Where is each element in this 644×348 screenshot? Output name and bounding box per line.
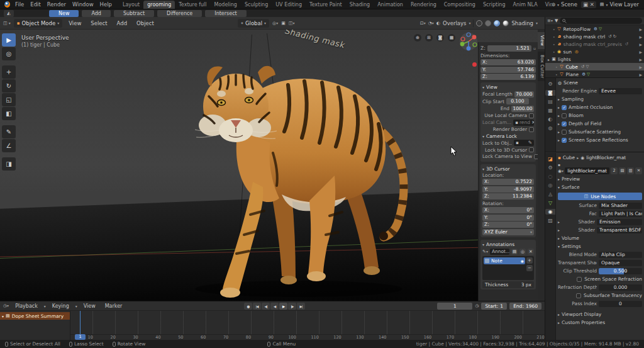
timeline-menu-view[interactable]: View: [80, 303, 99, 309]
panel-viewport-display[interactable]: ▸ Viewport Display: [558, 310, 642, 318]
fake-user-icon[interactable]: ▥: [627, 167, 634, 174]
panel-screen-space-reflections[interactable]: ▸ Screen Space Reflections: [558, 136, 642, 144]
viewport-menu-select[interactable]: Select: [87, 20, 110, 26]
outliner-item-cube[interactable]: •▽ Cube ↺▽ ▶: [545, 63, 644, 70]
pass-index-field[interactable]: 0: [599, 301, 642, 307]
zoom-icon[interactable]: ⊕: [414, 34, 421, 42]
tab-material[interactable]: ◉: [545, 209, 555, 215]
view-layer-selector[interactable]: ▤ ▾ View Layer: [600, 1, 639, 8]
rotate-tool[interactable]: ↻: [2, 79, 16, 93]
selectability-arrow-icon[interactable]: ▶: [639, 50, 643, 54]
transform-orientation-selector[interactable]: ⌖ Global ▾: [238, 19, 269, 28]
timeline-body[interactable]: ▾ ▤ Dope Sheet Summary 10203040506070809…: [0, 311, 545, 340]
scene-new-button[interactable]: ▣ ✕: [581, 1, 596, 8]
mode-selector[interactable]: ▪ Object Mode ▾: [14, 19, 62, 28]
tab-physics[interactable]: ◎: [548, 182, 553, 188]
use-nodes-button[interactable]: ◫ Use Nodes: [558, 193, 642, 200]
editor-type-icon[interactable]: ◷▾: [3, 303, 9, 308]
render-engine-dropdown[interactable]: Eevee: [599, 88, 642, 94]
annotation-layer-note[interactable]: Note ◉: [484, 257, 525, 264]
panel-bloom[interactable]: ▸ Bloom: [558, 111, 642, 120]
panel-preview[interactable]: ▸ Preview: [558, 175, 642, 183]
tiger-model[interactable]: [176, 36, 440, 300]
cursor-rx-field[interactable]: X:0°: [482, 207, 534, 213]
tab-texture[interactable]: ▨: [548, 218, 553, 223]
playhead-frame-badge[interactable]: 1: [75, 334, 86, 340]
ssr-checkbox[interactable]: [562, 138, 567, 143]
eyedropper-icon[interactable]: ✎: [528, 140, 532, 146]
transparent-shadow-dropdown[interactable]: Opaque: [599, 260, 642, 266]
outliner-item-plane[interactable]: •▽ Plane ⚙▽ ▶: [545, 70, 644, 78]
cursor-tool[interactable]: ◎: [2, 47, 16, 60]
lock-to-object-field[interactable]: ▪✎: [514, 140, 534, 146]
modifier-icon[interactable]: ⚙: [594, 26, 597, 31]
boolean-subtract-button[interactable]: Subtract: [114, 10, 154, 17]
depth-of-field-checkbox[interactable]: [562, 121, 567, 126]
annotate-tool[interactable]: ✎: [2, 125, 16, 138]
dope-sheet-summary-channel[interactable]: ▾ ▤ Dope Sheet Summary: [0, 312, 70, 320]
scene-selector[interactable]: ◍ ▾ Scene: [552, 1, 577, 8]
panel-ambient-occlusion[interactable]: ▸ Ambient Occlusion: [558, 103, 642, 111]
visibility-dropdown-icon[interactable]: ⊡▾: [420, 21, 426, 26]
select-box-tool[interactable]: ▶: [2, 33, 16, 47]
bloom-checkbox[interactable]: [562, 113, 567, 118]
fac-input[interactable]: Light Path | Is Cam: [599, 211, 642, 217]
overlays-label[interactable]: Overlays: [443, 20, 466, 26]
frame-start-field[interactable]: Start:1: [481, 303, 507, 310]
constraint-icon[interactable]: ↺: [581, 64, 584, 69]
transform-tool[interactable]: ◧: [2, 107, 16, 120]
gizmos-dropdown-icon[interactable]: ◔▾: [428, 21, 434, 26]
tab-modifiers[interactable]: ⚙: [548, 165, 552, 171]
outliner-search-input[interactable]: [560, 18, 642, 24]
workspace-tab-scripting[interactable]: Scripting: [479, 1, 509, 9]
viewport-3d[interactable]: ◫ ▾ ▪ Object Mode ▾ View Select Add Obje…: [0, 17, 545, 301]
scale-tool[interactable]: ◱: [2, 93, 16, 106]
selectability-arrow-icon[interactable]: ▶: [639, 42, 643, 47]
tab-scene[interactable]: ◐: [548, 116, 553, 122]
sidebar-tab-box-cutter[interactable]: Box Cutter: [538, 52, 545, 81]
use-local-camera-checkbox[interactable]: [529, 113, 534, 118]
shading-rendered-button[interactable]: [502, 20, 509, 26]
panel-sampling[interactable]: ▸ Sampling: [558, 95, 642, 103]
ambient-occlusion-checkbox[interactable]: [562, 105, 567, 110]
annotations-header[interactable]: ▾Annotations: [482, 242, 534, 247]
tab-object[interactable]: ◪: [548, 156, 553, 162]
workspace-tab-animation[interactable]: Animation: [374, 1, 407, 9]
new-material-icon[interactable]: ▤: [619, 167, 626, 174]
outliner-item-lights-collection[interactable]: ▸▣ lights ▶: [545, 55, 644, 63]
tab-constraints[interactable]: ◬: [548, 191, 552, 197]
pan-icon[interactable]: ⊞: [425, 34, 433, 42]
timeline-menu-marker[interactable]: Marker: [102, 303, 126, 309]
add-layer-button[interactable]: +: [526, 257, 533, 264]
clip-threshold-slider[interactable]: 0.500: [599, 268, 642, 274]
measure-tool[interactable]: ∠: [2, 139, 16, 152]
menu-file[interactable]: File: [12, 1, 27, 8]
cursor-panel-header[interactable]: ▾3D Cursor: [482, 166, 534, 172]
outliner-item-retopoflow[interactable]: •▽ RetopoFlow ⚙▽ ▶: [545, 25, 644, 33]
unlink-icon[interactable]: ✕: [635, 167, 642, 174]
playhead[interactable]: [80, 311, 80, 334]
workspace-tab-anim-nla[interactable]: Anim NLA: [509, 1, 541, 9]
clip-end-field[interactable]: 1000.00: [511, 106, 534, 112]
users-count-button[interactable]: 2: [611, 167, 618, 174]
outliner-item-shading-mask-ctrl[interactable]: •a shading mask ctrl ↺↻ ▶: [545, 33, 644, 40]
panel-subsurface-scattering[interactable]: ▸ Subsurface Scattering: [558, 128, 642, 136]
refraction-depth-field[interactable]: 0.000: [599, 284, 642, 291]
viewport-menu-view[interactable]: View: [65, 20, 84, 26]
tab-output[interactable]: ▤: [548, 99, 553, 104]
workspace-tab-shading[interactable]: Shading: [346, 1, 374, 9]
cursor-x-field[interactable]: X:0.7522: [482, 179, 534, 185]
dim-x-field[interactable]: X:63.020: [480, 59, 536, 65]
workspace-tab-texture-full[interactable]: Texture full: [175, 1, 210, 9]
current-frame-field[interactable]: 1: [437, 303, 472, 310]
clock-icon[interactable]: ◷: [475, 303, 479, 308]
subsurface-translucency-checkbox[interactable]: [576, 293, 581, 298]
blender-logo-icon[interactable]: [4, 1, 10, 8]
selectability-arrow-icon[interactable]: ▶: [639, 27, 643, 31]
sidebar-tab-view[interactable]: View: [538, 32, 545, 49]
material-name-field[interactable]: lightBlocker_mat: [565, 167, 609, 174]
timeline-menu-playback[interactable]: Playback: [12, 303, 41, 309]
workspace-tab-compositing[interactable]: Compositing: [440, 1, 479, 9]
active-tool-icon[interactable]: ◭: [4, 10, 14, 17]
viewport-menu-add[interactable]: Add: [114, 20, 130, 26]
